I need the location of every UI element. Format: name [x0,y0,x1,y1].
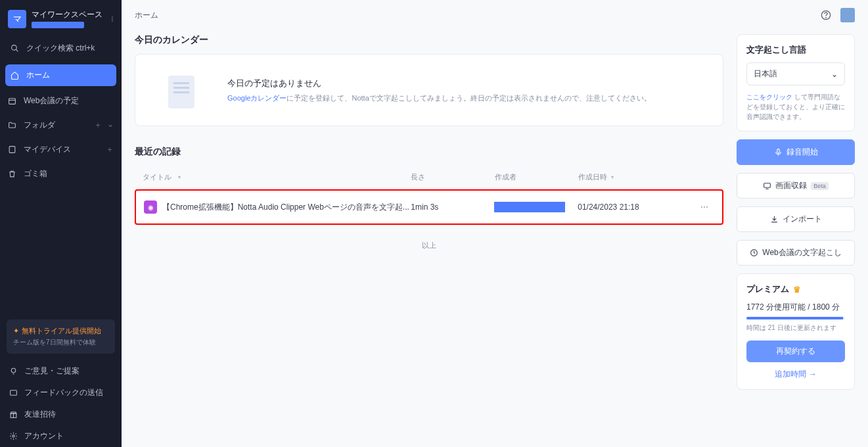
sidebar-footer-invite[interactable]: 友達招待 [0,404,122,425]
record-author [494,202,578,212]
footer-label: アカウント [24,431,64,442]
sidebar-item-home[interactable]: ホーム [5,64,116,86]
table-header: タイトル▾ 長さ 作成者 作成日時▾ [135,166,723,189]
footer-label: フィードバックの送信 [24,387,103,398]
topbar: ホーム [135,8,855,34]
calendar-empty-title: 今日の予定はありません [227,78,651,89]
sidebar-item-label: ゴミ箱 [24,168,47,179]
record-start-button[interactable]: 録音開始 [737,139,855,165]
language-card: 文字起こし言語 日本語 ⌄ ここをクリック して専門用語などを登録しておくと、よ… [737,34,855,131]
record-duration: 1min 3s [411,202,494,212]
trash-icon [8,170,17,178]
svg-point-0 [12,45,17,51]
home-icon [11,71,20,80]
chevron-down-icon[interactable]: ⌄ [107,120,114,131]
column-header-duration: 長さ [411,172,495,182]
row-more-icon[interactable]: ⋯ [695,202,714,212]
record-start-label: 録音開始 [787,147,818,158]
svg-rect-13 [777,149,779,154]
column-header-date[interactable]: 作成日時▾ [578,172,696,182]
language-select[interactable]: 日本語 ⌄ [746,62,845,85]
usage-bar-fill [746,317,843,319]
screen-record-button[interactable]: 画面収録 Beta [737,173,855,199]
usage-note: 時間は 21 日後に更新されます [746,323,845,333]
gear-icon [9,432,18,440]
chevron-down-icon: ▾ [611,174,614,180]
svg-rect-14 [764,183,771,188]
column-header-title[interactable]: タイトル▾ [143,172,411,182]
records-end: 以上 [135,241,723,250]
workspace-sub-redacted [32,22,84,28]
sidebar-item-label: ホーム [26,70,50,81]
import-icon [770,215,779,224]
calendar-section-title: 今日のカレンダー [135,34,723,46]
main: ホーム 今日のカレンダー 今日の予定はありません Googleカレンダーに予定を… [122,0,868,447]
record-title: 【Chrome拡張機能】Notta Audio Clipper Webページの音… [162,202,409,213]
footer-label: ご意見・ご提案 [24,365,80,377]
mic-icon [774,148,783,156]
add-folder-icon[interactable]: ＋ [94,120,102,131]
premium-card: プレミアム ♛ 1772 分使用可能 / 1800 分 時間は 21 日後に更新… [737,273,855,390]
language-value: 日本語 [754,68,777,80]
search-icon [11,44,20,53]
sidebar-footer-feedback[interactable]: ご意見・ご提案 [0,360,122,382]
sidebar-footer-send-feedback[interactable]: フィードバックの送信 [0,382,122,404]
sidebar: マ マイワークスペース ⁞ クイック検索 ctrl+k ホーム Web会議の予定… [0,0,122,447]
usage-bar [746,317,845,319]
sidebar-item-folders[interactable]: フォルダ ＋ ⌄ [0,114,122,136]
sparkle-icon: ✦ [13,327,19,335]
svg-rect-2 [9,99,16,105]
workspace-switcher[interactable]: マ マイワークスペース ⁞ [0,0,122,37]
calendar-icon [8,97,17,105]
folder-icon [8,121,17,129]
usage-text: 1772 分使用可能 / 1800 分 [746,302,845,313]
calendar-empty-sub: Googleカレンダーに予定を登録して、Nottaで文字起こししてみましょう。終… [227,93,651,103]
register-terms-link[interactable]: ここをクリック [746,93,792,101]
right-panel: 文字起こし言語 日本語 ⌄ ここをクリック して専門用語などを登録しておくと、よ… [737,34,855,390]
calendar-empty-card: 今日の予定はありません Googleカレンダーに予定を登録して、Nottaで文字… [135,54,723,126]
help-icon[interactable] [821,10,831,20]
workspace-name: マイワークスペース [32,9,106,20]
sidebar-item-meetings[interactable]: Web会議の予定 [0,90,122,112]
quick-search-label: クイック検索 ctrl+k [26,43,95,54]
svg-rect-7 [11,390,17,396]
calendar-illustration [155,70,208,110]
import-label: インポート [783,214,822,225]
screen-record-label: 画面収録 [775,180,807,191]
svg-rect-4 [9,147,15,153]
footer-label: 友達招待 [24,409,56,420]
table-row[interactable]: ◉ 【Chrome拡張機能】Notta Audio Clipper Webページ… [135,189,723,225]
renew-button[interactable]: 再契約する [746,341,845,362]
record-date: 01/24/2023 21:18 [578,202,695,212]
svg-point-10 [12,435,14,437]
sidebar-item-label: フォルダ [24,120,55,131]
meeting-transcribe-button[interactable]: Web会議の文字起こし [737,240,855,266]
device-icon [8,145,17,154]
import-button[interactable]: インポート [737,206,855,232]
trial-banner[interactable]: ✦ 無料トライアル提供開始 チーム版を7日間無料で体験 [7,319,115,354]
breadcrumb: ホーム [135,10,158,21]
gift-icon [9,410,18,419]
sidebar-item-devices[interactable]: マイデバイス ＋ [0,139,122,160]
records-section-title: 最近の記録 [135,146,723,158]
meeting-transcribe-label: Web会議の文字起こし [762,247,841,258]
sidebar-footer-account[interactable]: アカウント [0,425,122,447]
google-calendar-link[interactable]: Googleカレンダー [227,94,286,102]
chevron-down-icon: ⌄ [831,70,838,79]
add-time-link[interactable]: 追加時間 → [746,369,845,380]
premium-title: プレミアム [746,283,789,295]
bulb-icon [9,367,18,375]
chevron-down-icon: ▾ [178,174,181,180]
svg-point-5 [11,368,16,373]
avatar[interactable] [840,8,855,22]
beta-badge: Beta [811,182,829,190]
quick-search[interactable]: クイック検索 ctrl+k [5,37,116,59]
send-icon [9,388,18,397]
sidebar-item-label: Web会議の予定 [24,95,79,106]
column-header-author: 作成者 [495,172,579,182]
add-device-icon[interactable]: ＋ [106,144,114,155]
screen-icon [763,181,771,190]
sidebar-item-trash[interactable]: ゴミ箱 [0,163,122,185]
language-hint: ここをクリック して専門用語などを登録しておくと、より正確に音声認識できます。 [746,92,845,122]
trial-sub: チーム版を7日間無料で体験 [13,338,108,347]
